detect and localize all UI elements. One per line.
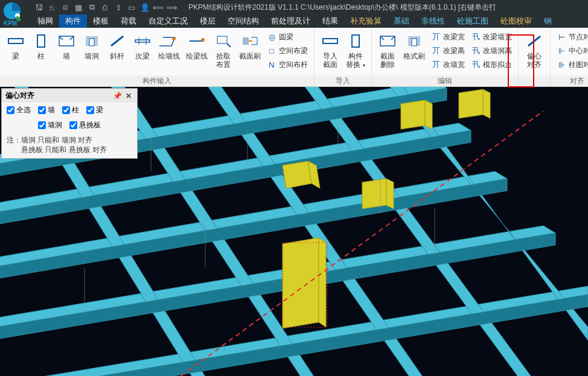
ribbon-small-改墙宽[interactable]: 丌改墙宽 — [429, 58, 467, 71]
ribbon-small-空间布杆[interactable]: N空间布杆 — [264, 58, 310, 71]
menu-item-8[interactable]: 结果 — [316, 14, 344, 28]
pin-icon[interactable]: 📌 — [111, 92, 124, 100]
checkbox[interactable] — [38, 121, 46, 129]
checkbox[interactable] — [69, 121, 77, 129]
svg-rect-16 — [323, 39, 337, 43]
ribbon-icon — [214, 31, 233, 51]
panel-note-line2: 悬挑板 只能和 悬挑板 对齐 — [7, 145, 132, 155]
menu-item-9[interactable]: 补充验算 — [344, 14, 388, 28]
ribbon-btn-斜杆[interactable]: 斜杆 — [105, 30, 129, 62]
ribbon-small-柱图对齐[interactable]: ⊪柱图对齐 — [554, 58, 588, 71]
panel-title-bar[interactable]: 偏心对齐 📌 ✕ — [2, 89, 137, 103]
check-梁[interactable]: 梁 — [86, 105, 103, 115]
ribbon-btn-梁[interactable]: 梁 — [4, 30, 28, 62]
ribbon-label: 截面刷 — [239, 52, 261, 60]
check-label: 悬挑板 — [79, 120, 101, 130]
ribbon-btn-绘梁线[interactable]: 绘梁线 — [184, 30, 210, 62]
svg-rect-3 — [8, 39, 23, 43]
qat-export-icon[interactable]: ⇪ — [113, 2, 123, 12]
ribbon-btn-构件替换[interactable]: 构件替换 ▾ — [344, 30, 368, 71]
svg-rect-19 — [412, 39, 417, 46]
ribbon-label: 截面删除 — [380, 52, 395, 69]
menu-item-14[interactable]: 钢 — [538, 14, 558, 28]
qat-save-icon[interactable]: 🖫 — [34, 2, 43, 12]
menu-item-3[interactable]: 荷载 — [115, 14, 142, 28]
ribbon-btn-偏心对齐[interactable]: 偏心对齐 — [522, 30, 546, 70]
svg-marker-39 — [401, 100, 425, 129]
checkbox[interactable] — [38, 106, 46, 114]
ribbon-icon — [404, 31, 424, 51]
ribbon-btn-绘墙线[interactable]: 绘墙线 — [156, 30, 182, 62]
check-墙[interactable]: 墙 — [38, 105, 55, 115]
check-label: 柱 — [72, 105, 79, 115]
ribbon-btn-截面删除[interactable]: 截面删除 — [375, 30, 400, 70]
ribbon-icon — [133, 31, 152, 51]
qat-layer-icon[interactable]: ⧉ — [87, 2, 97, 12]
qat-display-icon[interactable]: ▭ — [127, 2, 136, 12]
ribbon-small-改梁宽[interactable]: 丌改梁宽 — [429, 30, 467, 43]
menu-item-5[interactable]: 楼层 — [194, 14, 222, 28]
menu-item-4[interactable]: 自定义工况 — [142, 14, 194, 28]
qat-print-icon[interactable]: ⎙ — [100, 2, 110, 12]
close-icon[interactable]: ✕ — [124, 92, 133, 100]
ribbon-small-圆梁[interactable]: ◎圆梁 — [264, 30, 310, 43]
menu-item-2[interactable]: 楼板 — [87, 14, 115, 28]
check-柱[interactable]: 柱 — [62, 105, 79, 115]
ribbon-small-改梁墙宽[interactable]: 卂改梁墙宽 — [468, 30, 514, 43]
qat-user-icon[interactable]: 👤 — [140, 2, 150, 12]
qat-grid-icon[interactable]: ▦ — [74, 2, 83, 12]
ribbon-label: 柱 — [37, 52, 45, 60]
checkbox[interactable] — [7, 106, 14, 114]
check-悬挑板[interactable]: 悬挑板 — [69, 120, 101, 130]
menu-item-0[interactable]: 轴网 — [31, 14, 59, 28]
ribbon-btn-次梁[interactable]: 次梁 — [130, 30, 155, 62]
ribbon-label: 拾取布置 — [216, 52, 231, 69]
ribbon-small-改梁高[interactable]: 丌改梁高 — [429, 44, 467, 57]
ribbon-btn-墙洞[interactable]: 墙洞 — [80, 30, 104, 62]
ribbon-btn-墙[interactable]: 墙 — [54, 30, 78, 62]
menu-item-6[interactable]: 空间结构 — [222, 14, 265, 28]
small-icon: ⊩ — [557, 46, 566, 56]
menu-item-7[interactable]: 前处理及计 — [265, 14, 316, 28]
svg-rect-17 — [352, 35, 359, 47]
qat-model-icon[interactable]: ⧈ — [60, 2, 70, 12]
ribbon-label: 斜杆 — [110, 52, 124, 60]
ribbon-btn-格式刷[interactable]: 格式刷 — [401, 30, 427, 62]
ribbon-btn-拾取布置[interactable]: 拾取布置 — [211, 30, 235, 70]
ribbon-small-模形拟合[interactable]: 卂模形拟合 — [468, 58, 514, 71]
check-墙洞[interactable]: 墙洞 — [38, 120, 62, 130]
qat-forward-icon[interactable]: ⟹ — [167, 2, 176, 12]
ribbon-small-中心对齐[interactable]: ⊩中心对齐 — [554, 44, 588, 57]
small-icon: 丌 — [431, 60, 441, 69]
ribbon-btn-柱[interactable]: 柱 — [29, 30, 53, 62]
qat-undo-icon[interactable]: ⎌ — [47, 2, 57, 12]
small-label: 柱图对齐 — [569, 60, 588, 70]
qat-back-icon[interactable]: ⟸ — [153, 2, 163, 12]
model-viewport[interactable]: 偏心对齐 📌 ✕ 全选墙柱梁 墙洞悬挑板 注：墙洞 只能和 墙洞 对齐 悬挑板 … — [0, 87, 588, 376]
check-全选[interactable]: 全选 — [7, 105, 31, 115]
ribbon-icon — [525, 31, 544, 51]
svg-marker-45 — [362, 179, 386, 209]
ribbon-small-空间布梁[interactable]: □空间布梁 — [264, 44, 310, 57]
checkbox[interactable] — [86, 106, 94, 114]
panel-title: 偏心对齐 — [5, 91, 34, 101]
svg-rect-4 — [37, 35, 45, 47]
menu-item-1[interactable]: 构件 — [59, 14, 87, 28]
small-label: 中心对齐 — [569, 46, 588, 56]
checkbox[interactable] — [62, 106, 70, 114]
panel-note-line1: 注：墙洞 只能和 墙洞 对齐 — [7, 135, 132, 145]
menu-item-13[interactable]: 砼图校审 — [494, 14, 538, 28]
ribbon-btn-截面刷[interactable]: 截面刷 — [237, 30, 263, 62]
menu-item-11[interactable]: 非线性 — [415, 14, 451, 28]
check-label: 梁 — [96, 105, 103, 115]
ribbon-btn-导入截面[interactable]: 导入截面 — [318, 30, 342, 70]
ribbon-small-节点对齐[interactable]: ⊢节点对齐 — [554, 30, 588, 43]
svg-point-11 — [172, 37, 176, 40]
svg-marker-42 — [483, 89, 490, 118]
title-bar: 🖫 ⎌ ⧈ ▦ ⧉ ⎙ ⇪ ▭ 👤 ⟸ ⟹ PKPM结构设计软件2021版 V1… — [0, 0, 588, 14]
ribbon-icon — [6, 31, 25, 51]
menu-item-12[interactable]: 砼施工图 — [451, 14, 494, 28]
ribbon-small-改墙洞高[interactable]: 卂改墙洞高 — [468, 44, 514, 57]
ribbon-icon — [321, 31, 340, 51]
menu-item-10[interactable]: 基础 — [388, 14, 415, 28]
